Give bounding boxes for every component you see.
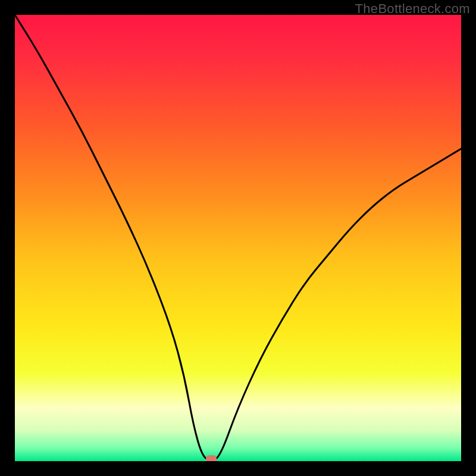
- optimal-point-marker: [206, 455, 217, 461]
- watermark-text: TheBottleneck.com: [355, 1, 470, 17]
- chart-frame: TheBottleneck.com: [0, 0, 476, 476]
- bottleneck-chart: [15, 15, 461, 461]
- gradient-background: [15, 15, 461, 461]
- plot-area: [15, 15, 461, 461]
